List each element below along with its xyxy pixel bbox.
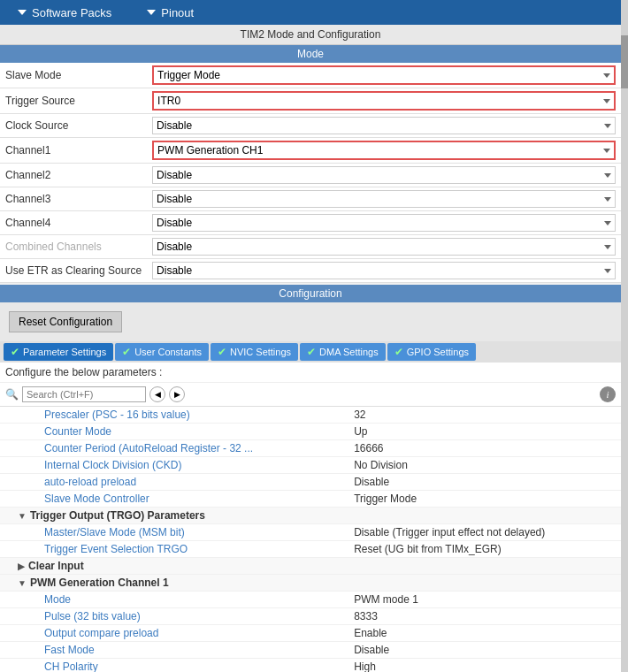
mode-dropdown-cell-7[interactable]: Disable (147, 235, 621, 259)
mode-dropdown-4[interactable]: Disable (152, 166, 616, 184)
dropdown-arrow-icon-0 (603, 73, 610, 78)
tabs-row: ✔Parameter Settings✔User Constants✔NVIC … (0, 341, 621, 363)
param-value-7: Disable (Trigger input effect not delaye… (348, 524, 621, 541)
scrollbar-thumb[interactable] (621, 35, 628, 88)
mode-dropdown-6[interactable]: Disable (152, 214, 616, 232)
search-input[interactable] (22, 386, 146, 402)
next-nav-button[interactable]: ▶ (169, 386, 185, 402)
mode-table: Slave ModeTrigger ModeTrigger SourceITR0… (0, 63, 621, 283)
mode-label-5: Channel3 (0, 187, 147, 211)
software-packs-nav[interactable]: Software Packs (0, 6, 129, 19)
mode-value-3: PWM Generation CH1 (157, 144, 263, 157)
param-label-4: auto-reload preload (0, 474, 348, 491)
collapse-icon[interactable]: ▼ (18, 578, 27, 588)
mode-dropdown-0[interactable]: Trigger Mode (152, 65, 616, 85)
param-label-7: Master/Slave Mode (MSM bit) (0, 524, 348, 541)
mode-dropdown-cell-6[interactable]: Disable (147, 211, 621, 235)
mode-dropdown-cell-0[interactable]: Trigger Mode (147, 63, 621, 88)
mode-value-7: Disable (157, 241, 192, 253)
main-container: Software Packs Pinout TIM2 Mode and Conf… (0, 0, 628, 672)
tab-user-constants[interactable]: ✔User Constants (115, 343, 209, 361)
mode-value-5: Disable (157, 193, 192, 205)
tab-parameter-settings[interactable]: ✔Parameter Settings (4, 343, 113, 361)
info-icon[interactable]: i (600, 386, 616, 402)
section-row-6[interactable]: ▼Trigger Output (TRGO) Parameters (0, 508, 621, 524)
search-bar: 🔍 ◀ ▶ i (0, 383, 621, 407)
collapse-icon[interactable]: ▼ (18, 511, 27, 521)
param-value-4: Disable (348, 474, 621, 491)
mode-label-7: Combined Channels (0, 235, 147, 259)
mode-value-6: Disable (157, 217, 192, 229)
reset-btn-area: Reset Configuration (0, 302, 621, 341)
param-value-5: Trigger Mode (348, 491, 621, 508)
param-value-0: 32 (348, 407, 621, 424)
dropdown-arrow-icon-4 (604, 173, 611, 178)
mode-label-6: Channel4 (0, 211, 147, 235)
mode-dropdown-cell-4[interactable]: Disable (147, 164, 621, 187)
mode-value-1: ITR0 (157, 95, 180, 107)
mode-label-8: Use ETR as Clearing Source (0, 259, 147, 283)
pinout-nav[interactable]: Pinout (129, 6, 211, 19)
top-nav: Software Packs Pinout (0, 0, 628, 25)
tab-label-3: DMA Settings (319, 347, 379, 357)
prev-nav-button[interactable]: ◀ (149, 386, 165, 402)
dropdown-arrow-icon-1 (603, 99, 610, 103)
reset-configuration-button[interactable]: Reset Configuration (9, 311, 122, 332)
param-label-14: Fast Mode (0, 642, 348, 659)
param-value-12: 8333 (348, 608, 621, 625)
params-table: Prescaler (PSC - 16 bits value)32Counter… (0, 407, 621, 672)
dropdown-arrow-icon-7 (604, 245, 611, 249)
param-value-15: High (348, 659, 621, 673)
mode-dropdown-cell-8[interactable]: Disable (147, 259, 621, 283)
dropdown-arrow-icon-3 (603, 149, 610, 153)
tab-nvic-settings[interactable]: ✔NVIC Settings (211, 343, 298, 361)
param-label-3: Internal Clock Division (CKD) (0, 457, 348, 474)
mode-dropdown-3[interactable]: PWM Generation CH1 (152, 141, 616, 160)
mode-label-0: Slave Mode (0, 63, 147, 88)
expand-icon[interactable]: ▶ (18, 561, 25, 571)
tab-label-4: GPIO Settings (407, 347, 469, 357)
tab-gpio-settings[interactable]: ✔GPIO Settings (387, 343, 476, 361)
mode-value-4: Disable (157, 169, 192, 181)
param-label-8: Trigger Event Selection TRGO (0, 541, 348, 558)
param-label-2: Counter Period (AutoReload Register - 32… (0, 440, 348, 457)
section-row-10[interactable]: ▼PWM Generation Channel 1 (0, 575, 621, 592)
mode-section-header: Mode (0, 45, 621, 63)
dropdown-arrow-icon-6 (604, 221, 611, 225)
dropdown-arrow-icon-2 (604, 124, 611, 128)
mode-dropdown-2[interactable]: Disable (152, 117, 616, 134)
mode-dropdown-cell-3[interactable]: PWM Generation CH1 (147, 138, 621, 164)
tab-label-1: User Constants (134, 347, 202, 357)
tab-label-0: Parameter Settings (23, 347, 106, 357)
search-icon: 🔍 (5, 388, 19, 401)
tab-check-icon-3: ✔ (307, 346, 316, 358)
param-label-12: Pulse (32 bits value) (0, 608, 348, 625)
param-value-8: Reset (UG bit from TIMx_EGR) (348, 541, 621, 558)
param-label-1: Counter Mode (0, 424, 348, 440)
param-value-2: 16666 (348, 440, 621, 457)
section-row-9[interactable]: ▶Clear Input (0, 558, 621, 575)
mode-label-2: Clock Source (0, 114, 147, 138)
mode-value-8: Disable (157, 264, 192, 277)
mode-value-2: Disable (157, 119, 192, 132)
mode-label-1: Trigger Source (0, 88, 147, 114)
mode-dropdown-8[interactable]: Disable (152, 262, 616, 279)
config-section-header: Configuration (0, 285, 621, 302)
param-value-11: PWM mode 1 (348, 592, 621, 608)
mode-dropdown-cell-2[interactable]: Disable (147, 114, 621, 138)
mode-dropdown-1[interactable]: ITR0 (152, 91, 616, 111)
mode-dropdown-cell-1[interactable]: ITR0 (147, 88, 621, 114)
content-area: TIM2 Mode and Configuration Mode Slave M… (0, 25, 621, 672)
mode-label-4: Channel2 (0, 164, 147, 187)
param-label-15: CH Polarity (0, 659, 348, 673)
tab-dma-settings[interactable]: ✔DMA Settings (300, 343, 386, 361)
tab-check-icon-4: ✔ (394, 346, 403, 358)
mode-dropdown-cell-5[interactable]: Disable (147, 187, 621, 211)
dropdown-arrow-icon-5 (604, 197, 611, 202)
mode-dropdown-7[interactable]: Disable (152, 238, 616, 256)
param-label-5: Slave Mode Controller (0, 491, 348, 508)
dropdown-arrow-icon-8 (604, 269, 611, 273)
mode-dropdown-5[interactable]: Disable (152, 190, 616, 208)
param-value-14: Disable (348, 642, 621, 659)
scrollbar[interactable] (621, 0, 628, 672)
